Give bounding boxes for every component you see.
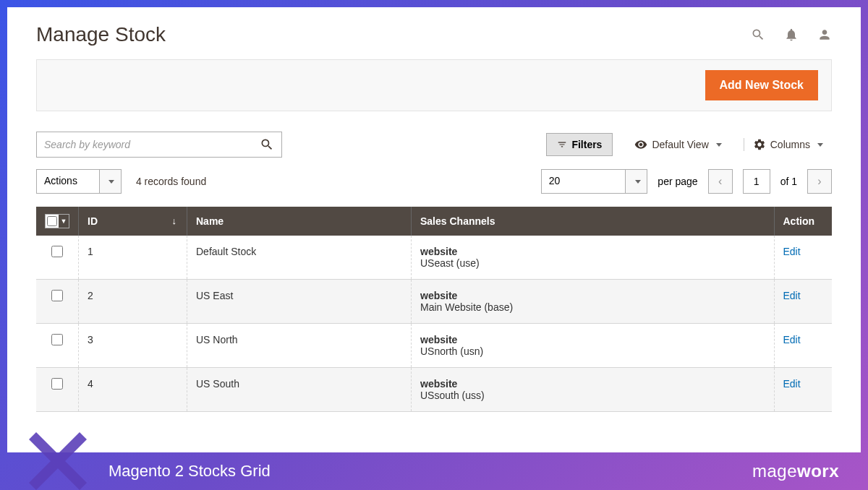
caret-down-icon [625, 170, 647, 193]
header-icons [751, 27, 832, 42]
caret-down-icon [716, 143, 722, 147]
per-page-label: per page [658, 176, 697, 187]
col-name[interactable]: Name [187, 207, 412, 236]
toolbar-row-1: Filters Default View Columns [36, 132, 832, 158]
edit-link[interactable]: Edit [783, 334, 801, 345]
records-found: 4 records found [136, 176, 206, 187]
columns-dropdown[interactable]: Columns [744, 138, 832, 151]
cell-sales-channels: websiteUSsouth (uss) [412, 368, 775, 412]
search-icon[interactable] [751, 27, 765, 42]
app-frame: Manage Stock Add New Stock Filters [7, 7, 861, 452]
search-input[interactable] [44, 139, 260, 150]
gear-icon [753, 138, 766, 151]
next-page-button[interactable]: › [807, 169, 832, 194]
table-row: 3US NorthwebsiteUSnorth (usn)Edit [36, 324, 832, 368]
col-sales-channels[interactable]: Sales Channels [412, 207, 775, 236]
stocks-grid: ▼ ID ↓ Name Sales Channels Action 1Defau… [36, 207, 832, 412]
cell-id: 4 [79, 368, 187, 412]
row-checkbox[interactable] [51, 290, 63, 301]
bell-icon[interactable] [784, 27, 799, 42]
add-new-stock-button[interactable]: Add New Stock [705, 70, 818, 100]
page-input[interactable] [743, 169, 770, 194]
cell-sales-channels: websiteUSnorth (usn) [412, 324, 775, 368]
caret-down-icon [817, 143, 823, 147]
per-page-select[interactable]: 20 [541, 169, 648, 194]
filters-button[interactable]: Filters [546, 133, 613, 156]
page-of-label: of 1 [780, 176, 797, 187]
cell-name: US North [187, 324, 412, 368]
col-checkbox: ▼ [36, 207, 79, 236]
select-all-input[interactable] [47, 216, 57, 226]
cell-name: US East [187, 280, 412, 324]
page-title: Manage Stock [36, 23, 166, 46]
caret-down-icon[interactable]: ▼ [59, 215, 69, 228]
edit-link[interactable]: Edit [783, 378, 801, 390]
cell-name: Default Stock [187, 236, 412, 280]
columns-label: Columns [770, 139, 810, 150]
table-row: 4US SouthwebsiteUSsouth (uss)Edit [36, 368, 832, 412]
actions-dropdown[interactable]: Actions [36, 169, 122, 194]
sort-desc-icon: ↓ [172, 215, 177, 226]
search-box [36, 132, 282, 158]
pagination: 20 per page ‹ of 1 › [541, 169, 832, 194]
row-checkbox[interactable] [51, 246, 63, 257]
brand-logo: mageworx [752, 461, 839, 481]
actions-label: Actions [37, 170, 99, 193]
row-checkbox[interactable] [51, 334, 63, 345]
table-row: 2US EastwebsiteMain Website (base)Edit [36, 280, 832, 324]
page-header: Manage Stock [36, 14, 832, 59]
prev-page-button[interactable]: ‹ [708, 169, 733, 194]
default-view-label: Default View [652, 139, 708, 150]
default-view-dropdown[interactable]: Default View [626, 138, 730, 151]
cell-sales-channels: websiteUSeast (use) [412, 236, 775, 280]
edit-link[interactable]: Edit [783, 290, 801, 301]
table-row: 1Default StockwebsiteUSeast (use)Edit [36, 236, 832, 280]
funnel-icon [557, 139, 567, 150]
cell-sales-channels: websiteMain Website (base) [412, 280, 775, 324]
select-all-checkbox[interactable]: ▼ [45, 214, 69, 228]
edit-link[interactable]: Edit [783, 246, 801, 257]
user-icon[interactable] [817, 27, 832, 42]
row-checkbox[interactable] [51, 378, 63, 390]
search-submit-icon[interactable] [260, 137, 274, 152]
cell-id: 3 [79, 324, 187, 368]
col-action: Action [774, 207, 832, 236]
eye-icon [634, 138, 647, 151]
filters-label: Filters [571, 139, 602, 150]
footer-caption: Magento 2 Stocks Grid [109, 462, 271, 481]
per-page-value: 20 [542, 170, 626, 193]
primary-action-bar: Add New Stock [36, 59, 832, 111]
cell-id: 2 [79, 280, 187, 324]
col-id[interactable]: ID ↓ [79, 207, 187, 236]
toolbar-row-2: Actions 4 records found 20 per page ‹ of… [36, 169, 832, 194]
cell-name: US South [187, 368, 412, 412]
footer-bar: Magento 2 Stocks Grid mageworx [0, 452, 868, 490]
caret-down-icon [99, 170, 121, 193]
cell-id: 1 [79, 236, 187, 280]
